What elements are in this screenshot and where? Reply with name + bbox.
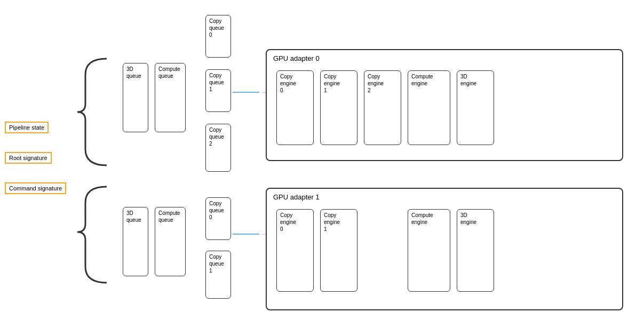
copy-engine-0-gpu1: Copyengine0 xyxy=(276,209,314,292)
bot-copy-queue-1: Copyqueue1 xyxy=(205,251,231,299)
top-copy-queue-2: Copy queue 2 xyxy=(205,124,231,172)
bot-compute-queue: Computequeue xyxy=(155,207,186,276)
gpu-adapter-1-title: GPU adapter 1 xyxy=(273,193,320,201)
arrow-top: → xyxy=(233,87,269,97)
gpu-adapter-0-title: GPU adapter 0 xyxy=(273,54,320,62)
copy-engine-2-gpu0: Copyengine2 xyxy=(364,70,401,145)
brace-top xyxy=(75,53,117,171)
root-signature-label: Root signature xyxy=(5,152,52,164)
copy-engine-0-gpu0: Copyengine0 xyxy=(276,70,314,145)
pipeline-state-label: Pipeline state xyxy=(5,122,49,133)
bot-3d-queue: 3Dqueue xyxy=(123,207,148,276)
compute-engine-gpu0: Computeengine xyxy=(408,70,450,145)
compute-engine-gpu1: Computeengine xyxy=(408,209,450,292)
brace-bottom xyxy=(75,181,117,288)
command-signature-label: Command signature xyxy=(5,182,66,194)
top-3d-queue: 3D queue xyxy=(123,63,148,132)
diagram: Pipeline state Root signature Command si… xyxy=(0,0,644,328)
copy-engine-1-gpu0: Copyengine1 xyxy=(320,70,357,145)
top-compute-queue: Compute queue xyxy=(155,63,186,132)
bot-copy-queue-0: Copyqueue0 xyxy=(205,197,231,240)
arrow-bottom: → xyxy=(233,229,269,239)
3d-engine-gpu1: 3Dengine xyxy=(457,209,494,292)
gpu-adapter-0: GPU adapter 0 Copyengine0 Copyengine1 Co… xyxy=(266,49,623,161)
top-copy-queue-0: Copy queue 0 xyxy=(205,15,231,58)
copy-engine-1-gpu1: Copyengine1 xyxy=(320,209,357,292)
gpu-adapter-1: GPU adapter 1 Copyengine0 Copyengine1 Co… xyxy=(266,188,623,310)
top-copy-queue-1: Copy queue 1 xyxy=(205,69,231,112)
3d-engine-gpu0: 3Dengine xyxy=(457,70,494,145)
